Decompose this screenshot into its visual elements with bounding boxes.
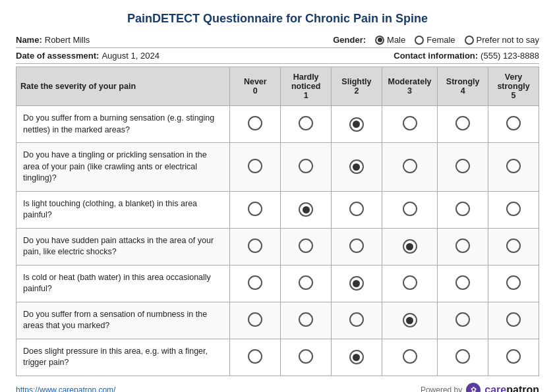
contact-label: Contact information: xyxy=(394,51,478,61)
radio-btn-hardly-4[interactable] xyxy=(299,275,313,290)
radio-btn-hardly-0[interactable] xyxy=(299,116,313,130)
radio-btn-slightly-5[interactable] xyxy=(349,312,364,327)
radio-cell-strongly-2[interactable] xyxy=(438,191,488,228)
gender-female-label: Female xyxy=(426,35,455,45)
radio-cell-slightly-6[interactable] xyxy=(332,339,382,376)
page-title: PainDETECT Questionnaire for Chronic Pai… xyxy=(16,12,539,26)
radio-cell-never-6[interactable] xyxy=(230,339,281,376)
radio-btn-moderately-3[interactable] xyxy=(403,239,417,254)
radio-cell-slightly-4[interactable] xyxy=(332,265,382,302)
radio-cell-very_strongly-0[interactable] xyxy=(488,106,539,143)
footer-link[interactable]: https://www.carepatron.com/ xyxy=(16,385,115,393)
radio-cell-slightly-0[interactable] xyxy=(332,106,382,143)
radio-btn-moderately-5[interactable] xyxy=(403,313,417,327)
radio-btn-moderately-2[interactable] xyxy=(403,202,417,216)
radio-btn-slightly-6[interactable] xyxy=(349,350,364,364)
radio-cell-very_strongly-6[interactable] xyxy=(488,339,539,376)
radio-btn-very_strongly-3[interactable] xyxy=(506,238,521,253)
radio-cell-strongly-0[interactable] xyxy=(438,106,488,143)
radio-cell-very_strongly-1[interactable] xyxy=(488,143,539,192)
radio-cell-slightly-2[interactable] xyxy=(332,191,382,228)
radio-btn-never-3[interactable] xyxy=(248,238,262,253)
gender-male-radio[interactable] xyxy=(375,36,384,45)
radio-cell-never-3[interactable] xyxy=(230,228,281,265)
radio-btn-hardly-6[interactable] xyxy=(299,349,313,364)
radio-btn-hardly-5[interactable] xyxy=(299,312,313,327)
radio-btn-slightly-2[interactable] xyxy=(349,202,364,216)
radio-cell-hardly-6[interactable] xyxy=(281,339,332,376)
radio-btn-strongly-6[interactable] xyxy=(455,349,470,364)
radio-btn-strongly-2[interactable] xyxy=(455,202,470,216)
radio-btn-strongly-3[interactable] xyxy=(455,238,470,253)
col-header-never: Never 0 xyxy=(230,67,281,106)
radio-btn-very_strongly-2[interactable] xyxy=(506,202,521,216)
radio-btn-slightly-0[interactable] xyxy=(349,117,364,132)
radio-cell-strongly-3[interactable] xyxy=(438,228,488,265)
radio-cell-moderately-4[interactable] xyxy=(382,265,437,302)
radio-cell-never-5[interactable] xyxy=(230,302,281,339)
radio-cell-hardly-4[interactable] xyxy=(281,265,332,302)
radio-btn-slightly-3[interactable] xyxy=(349,238,364,253)
radio-cell-very_strongly-2[interactable] xyxy=(488,191,539,228)
radio-cell-moderately-0[interactable] xyxy=(382,106,437,143)
radio-btn-slightly-1[interactable] xyxy=(349,159,364,174)
radio-btn-very_strongly-1[interactable] xyxy=(506,159,521,173)
radio-cell-strongly-4[interactable] xyxy=(438,265,488,302)
gender-male[interactable]: Male xyxy=(375,35,405,45)
radio-cell-hardly-0[interactable] xyxy=(281,106,332,143)
contact-value: (555) 123-8888 xyxy=(481,51,539,61)
radio-btn-never-2[interactable] xyxy=(248,202,262,216)
radio-btn-hardly-2[interactable] xyxy=(299,202,313,217)
radio-btn-strongly-5[interactable] xyxy=(455,312,470,327)
radio-cell-hardly-1[interactable] xyxy=(281,143,332,192)
radio-cell-hardly-2[interactable] xyxy=(281,191,332,228)
gender-prefer-not[interactable]: Prefer not to say xyxy=(465,35,539,45)
question-cell-1: Do you have a tingling or prickling sens… xyxy=(16,143,230,192)
radio-btn-strongly-1[interactable] xyxy=(455,159,470,173)
gender-female-radio[interactable] xyxy=(415,36,424,45)
radio-btn-never-5[interactable] xyxy=(248,312,262,327)
radio-cell-moderately-1[interactable] xyxy=(382,143,437,192)
radio-btn-slightly-4[interactable] xyxy=(349,276,364,291)
carepatron-icon: ✿ xyxy=(466,383,481,393)
radio-btn-very_strongly-4[interactable] xyxy=(506,275,521,290)
radio-cell-never-1[interactable] xyxy=(230,143,281,192)
radio-btn-never-1[interactable] xyxy=(248,159,262,173)
radio-cell-slightly-3[interactable] xyxy=(332,228,382,265)
radio-cell-very_strongly-5[interactable] xyxy=(488,302,539,339)
radio-btn-moderately-1[interactable] xyxy=(403,159,417,173)
radio-cell-never-4[interactable] xyxy=(230,265,281,302)
radio-btn-hardly-3[interactable] xyxy=(299,238,313,253)
radio-btn-never-6[interactable] xyxy=(248,349,262,364)
radio-cell-never-2[interactable] xyxy=(230,191,281,228)
radio-btn-hardly-1[interactable] xyxy=(299,159,313,173)
radio-btn-never-0[interactable] xyxy=(248,116,262,130)
radio-btn-very_strongly-6[interactable] xyxy=(506,349,521,364)
gender-female[interactable]: Female xyxy=(415,35,455,45)
radio-cell-hardly-5[interactable] xyxy=(281,302,332,339)
radio-cell-very_strongly-4[interactable] xyxy=(488,265,539,302)
radio-btn-moderately-0[interactable] xyxy=(403,116,417,130)
radio-btn-moderately-4[interactable] xyxy=(403,275,417,290)
radio-btn-never-4[interactable] xyxy=(248,275,262,290)
radio-btn-very_strongly-0[interactable] xyxy=(506,116,521,130)
radio-cell-moderately-2[interactable] xyxy=(382,191,437,228)
radio-cell-moderately-5[interactable] xyxy=(382,302,437,339)
radio-cell-never-0[interactable] xyxy=(230,106,281,143)
radio-cell-strongly-5[interactable] xyxy=(438,302,488,339)
radio-cell-strongly-1[interactable] xyxy=(438,143,488,192)
table-row: Do you have a tingling or prickling sens… xyxy=(16,143,539,192)
radio-cell-strongly-6[interactable] xyxy=(438,339,488,376)
carepatron-brand: carepatron xyxy=(484,384,539,393)
radio-cell-moderately-3[interactable] xyxy=(382,228,437,265)
radio-btn-moderately-6[interactable] xyxy=(403,349,417,364)
radio-cell-slightly-1[interactable] xyxy=(332,143,382,192)
gender-prefer-radio[interactable] xyxy=(465,36,474,45)
radio-btn-strongly-0[interactable] xyxy=(455,116,470,130)
radio-cell-hardly-3[interactable] xyxy=(281,228,332,265)
radio-btn-very_strongly-5[interactable] xyxy=(506,312,521,327)
radio-cell-very_strongly-3[interactable] xyxy=(488,228,539,265)
radio-btn-strongly-4[interactable] xyxy=(455,275,470,290)
radio-cell-slightly-5[interactable] xyxy=(332,302,382,339)
radio-cell-moderately-6[interactable] xyxy=(382,339,437,376)
